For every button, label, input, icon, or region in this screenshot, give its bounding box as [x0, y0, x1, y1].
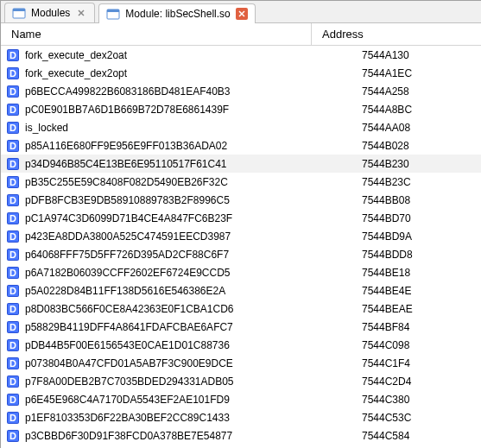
- data-symbol-icon: D: [6, 302, 20, 316]
- table-row[interactable]: DpB35C255E59C8408F082D5490EB26F32C7544B2…: [1, 173, 481, 191]
- svg-text:D: D: [9, 431, 16, 441]
- table-row[interactable]: DpDFB8FCB3E9DB58910889783B2F8996C57544BB…: [1, 191, 481, 209]
- table-row[interactable]: Dp3CBBD6F30D91F38FCD0A378BE7E548777544C5…: [1, 426, 481, 445]
- svg-text:D: D: [9, 249, 16, 260]
- svg-text:D: D: [9, 231, 16, 242]
- symbol-address: 7544B230: [312, 158, 481, 170]
- module-view: Modules Module: libSecShell.so Name Addr…: [0, 0, 481, 448]
- symbol-name: p1EF8103353D6F22BA30BEF2CC89C1433: [25, 412, 230, 424]
- symbol-name: p423EA8DDA3800A525C474591EECD3987: [25, 230, 231, 243]
- svg-text:D: D: [9, 340, 16, 350]
- symbol-address: 7544BDD8: [312, 249, 481, 261]
- symbol-address: 7544BEAE: [312, 303, 481, 315]
- svg-text:D: D: [9, 123, 16, 133]
- symbol-address: 7544A8BC: [312, 104, 481, 116]
- data-symbol-icon: D: [6, 139, 20, 153]
- symbol-address: 7544BD70: [312, 212, 481, 224]
- data-symbol-icon: D: [6, 248, 20, 262]
- table-row[interactable]: Dp64068FFF75D5FF726D395AD2CF88C6F77544BD…: [1, 245, 481, 263]
- symbol-name: pC0E901BB7A6D1B669B72D78E6861439F: [25, 104, 229, 116]
- svg-text:D: D: [9, 268, 16, 278]
- symbol-name: pB35C255E59C8408F082D5490EB26F32C: [25, 176, 228, 188]
- svg-text:D: D: [9, 394, 16, 405]
- table-row[interactable]: Dp85A116E680FF9E956E9FF013B36ADA027544B0…: [1, 136, 481, 155]
- symbol-name: p58829B4119DFF4A8641FDAFCBAE6AFC7: [25, 321, 233, 333]
- table-row[interactable]: Dp34D946B85C4E13BE6E95110517F61C417544B2…: [1, 155, 481, 173]
- table-row[interactable]: Dp5A0228D84B11FF138D5616E546386E2A7544BE…: [1, 281, 481, 300]
- svg-text:D: D: [9, 322, 16, 332]
- symbol-address: 7544C584: [312, 430, 481, 442]
- symbol-name: p073804B0A47CFD01A5AB7F3C900E9DCE: [25, 357, 233, 369]
- svg-text:D: D: [9, 141, 16, 151]
- symbol-name: p6BECCA499822B6083186BD481EAF40B3: [25, 85, 231, 98]
- data-symbol-icon: D: [6, 284, 20, 298]
- tab-bar: Modules Module: libSecShell.so: [1, 1, 481, 23]
- column-header-address-label: Address: [322, 28, 364, 41]
- data-symbol-icon: D: [6, 175, 20, 189]
- symbol-name: p6E45E968C4A7170DA5543EF2AE101FD9: [25, 394, 230, 406]
- close-icon[interactable]: [236, 8, 248, 20]
- symbol-name: p5A0228D84B11FF138D5616E546386E2A: [25, 285, 225, 297]
- table-row[interactable]: Dp423EA8DDA3800A525C474591EECD39877544BD…: [1, 227, 481, 245]
- module-icon: [106, 7, 120, 21]
- table-row[interactable]: Dp073804B0A47CFD01A5AB7F3C900E9DCE7544C1…: [1, 354, 481, 372]
- table-row[interactable]: DpC0E901BB7A6D1B669B72D78E6861439F7544A8…: [1, 100, 481, 118]
- table-row[interactable]: DpC1A974C3D6099D71B4CE4A847FC6B23F7544BD…: [1, 209, 481, 227]
- svg-text:D: D: [9, 413, 16, 423]
- table-row[interactable]: Dp6A7182B06039CCFF2602EF6724E9CCD57544BE…: [1, 263, 481, 281]
- column-header-name[interactable]: Name: [1, 23, 312, 45]
- symbol-name: p7F8A00DEB2B7C7035BDED294331ADB05: [25, 375, 234, 388]
- data-symbol-icon: D: [6, 266, 20, 280]
- data-symbol-icon: D: [6, 66, 20, 80]
- svg-text:D: D: [9, 376, 16, 387]
- data-symbol-icon: D: [6, 375, 20, 388]
- table-row[interactable]: Dp58829B4119DFF4A8641FDAFCBAE6AFC77544BF…: [1, 318, 481, 336]
- column-headers: Name Address: [1, 23, 481, 46]
- table-row[interactable]: Dp1EF8103353D6F22BA30BEF2CC89C14337544C5…: [1, 408, 481, 426]
- table-row[interactable]: Dp6E45E968C4A7170DA5543EF2AE101FD97544C3…: [1, 390, 481, 408]
- svg-text:D: D: [9, 304, 16, 314]
- symbol-address: 7544B028: [312, 140, 481, 152]
- symbol-address: 7544B23C: [312, 176, 481, 188]
- close-icon[interactable]: [75, 7, 87, 19]
- data-symbol-icon: D: [6, 357, 20, 370]
- table-row[interactable]: Dp8D083BC566F0CE8A42363E0F1CBA1CD67544BE…: [1, 300, 481, 318]
- symbol-address: 7544BF84: [312, 321, 481, 333]
- svg-rect-5: [107, 9, 119, 12]
- data-symbol-icon: D: [6, 48, 20, 62]
- table-row[interactable]: Dis_locked7544AA08: [1, 118, 481, 136]
- symbol-address: 7544C53C: [312, 412, 481, 424]
- svg-text:D: D: [9, 177, 16, 187]
- symbol-list: Dfork_execute_dex2oat7544A130Dfork_execu…: [1, 46, 481, 448]
- table-row[interactable]: Dfork_execute_dex2oat7544A130: [1, 46, 481, 64]
- table-row[interactable]: Dp6BECCA499822B6083186BD481EAF40B37544A2…: [1, 82, 481, 100]
- symbol-name: pDFB8FCB3E9DB58910889783B2F8996C5: [25, 194, 230, 206]
- svg-text:D: D: [9, 286, 16, 296]
- symbol-name: is_locked: [25, 122, 68, 134]
- symbol-name: fork_execute_dex2opt: [25, 67, 127, 79]
- symbol-address: 7544BE4E: [312, 285, 481, 297]
- table-row[interactable]: Dfork_execute_dex2opt7544A1EC: [1, 64, 481, 82]
- symbol-name: p34D946B85C4E13BE6E95110517F61C41: [25, 158, 227, 170]
- tab-module-detail-label: Module: libSecShell.so: [125, 8, 230, 20]
- symbol-name: pDB44B5F00E6156543E0CAE1D01C88736: [25, 339, 230, 351]
- tab-module-detail[interactable]: Module: libSecShell.so: [98, 3, 255, 23]
- symbol-name: p85A116E680FF9E956E9FF013B36ADA02: [25, 140, 227, 152]
- column-header-address[interactable]: Address: [312, 23, 481, 45]
- data-symbol-icon: D: [6, 121, 20, 135]
- symbol-address: 7544A258: [312, 85, 481, 98]
- data-symbol-icon: D: [6, 411, 20, 425]
- symbol-address: 7544C380: [312, 394, 481, 406]
- tab-modules[interactable]: Modules: [4, 3, 95, 22]
- svg-text:D: D: [9, 68, 16, 79]
- table-row[interactable]: DpDB44B5F00E6156543E0CAE1D01C887367544C0…: [1, 336, 481, 354]
- svg-text:D: D: [9, 358, 16, 369]
- table-row[interactable]: Dp7F8A00DEB2B7C7035BDED294331ADB057544C2…: [1, 372, 481, 390]
- modules-icon: [12, 6, 26, 20]
- symbol-name: p8D083BC566F0CE8A42363E0F1CBA1CD6: [25, 303, 233, 315]
- data-symbol-icon: D: [6, 230, 20, 243]
- column-header-name-label: Name: [11, 28, 41, 41]
- data-symbol-icon: D: [6, 338, 20, 352]
- svg-text:D: D: [9, 195, 16, 205]
- symbol-address: 7544A1EC: [312, 67, 481, 79]
